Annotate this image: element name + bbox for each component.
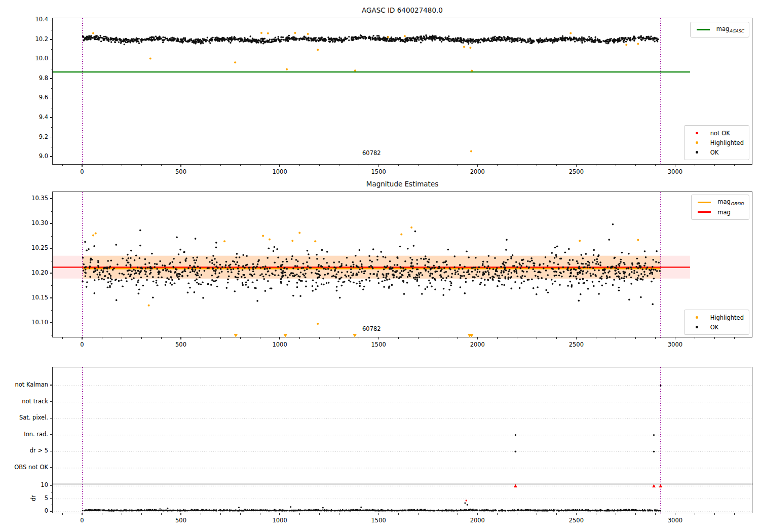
x-minor-tick-mark bbox=[458, 337, 458, 339]
x-tick-mark bbox=[675, 513, 675, 515]
x-minor-tick-mark bbox=[260, 337, 260, 339]
legend-label: Highlighted bbox=[710, 139, 744, 146]
dr-tick-mark bbox=[50, 511, 52, 511]
flag-label: dr > 5 bbox=[30, 447, 48, 454]
x-tick-mark bbox=[675, 337, 675, 339]
x-minor-tick-mark bbox=[339, 337, 339, 339]
x-minor-tick-mark bbox=[122, 337, 122, 339]
y-tick-label: 10.4 bbox=[35, 16, 48, 23]
legend-item: Highlighted bbox=[689, 313, 744, 322]
y-tick-label: 9.8 bbox=[39, 74, 48, 82]
plot-canvas-1: 60782 bbox=[53, 18, 753, 165]
flag-event-points bbox=[515, 385, 662, 452]
y-minor-tick-mark bbox=[51, 236, 53, 237]
y-tick-mark bbox=[50, 137, 52, 137]
x-minor-tick-mark bbox=[537, 165, 537, 166]
x-tick-mark bbox=[180, 165, 181, 167]
y-tick-mark bbox=[50, 198, 52, 199]
x-minor-tick-mark bbox=[260, 165, 260, 166]
flag-tick-mark bbox=[50, 434, 52, 435]
OK-legend-dot bbox=[696, 151, 698, 154]
x-tick-label: 2500 bbox=[569, 341, 584, 348]
x-minor-tick-mark bbox=[319, 337, 320, 339]
y-minor-tick-mark bbox=[51, 30, 53, 30]
dr-tick-label: 5 bbox=[45, 495, 48, 502]
y-tick-label: 10.15 bbox=[31, 294, 48, 301]
y-tick-mark bbox=[50, 223, 52, 223]
x-minor-tick-mark bbox=[418, 165, 419, 166]
not OK-legend-dot bbox=[696, 132, 698, 134]
flag-tick-mark bbox=[50, 467, 52, 468]
y-tick-label: 9.2 bbox=[39, 133, 48, 140]
x-minor-tick-mark bbox=[260, 513, 260, 515]
x-tick-mark bbox=[576, 337, 577, 339]
x-minor-tick-mark bbox=[458, 513, 458, 515]
legend-mag-lines: magOBSIDmag bbox=[691, 195, 749, 220]
x-tick-label: 1000 bbox=[272, 168, 287, 175]
x-minor-tick-mark bbox=[240, 337, 241, 339]
x-minor-tick-mark bbox=[596, 165, 596, 166]
x-minor-tick-mark bbox=[616, 337, 616, 339]
x-tick-mark bbox=[82, 337, 82, 339]
OK-legend-dot bbox=[696, 326, 698, 328]
x-tick-mark bbox=[378, 337, 379, 339]
x-minor-tick-mark bbox=[141, 337, 142, 339]
x-minor-tick-mark bbox=[714, 337, 715, 339]
x-minor-tick-mark bbox=[122, 165, 122, 166]
y-tick-label: 9.4 bbox=[39, 113, 48, 121]
x-tick-label: 1500 bbox=[371, 517, 386, 524]
x-minor-tick-mark bbox=[161, 513, 162, 515]
x-tick-mark bbox=[477, 513, 478, 515]
y-minor-tick-mark bbox=[51, 335, 53, 335]
flag-tick-mark bbox=[50, 385, 52, 385]
legend-point-categories-2: HighlightedOK bbox=[684, 310, 749, 335]
x-minor-tick-mark bbox=[398, 337, 399, 339]
legend-item: OK bbox=[689, 147, 744, 157]
x-tick-mark bbox=[82, 165, 82, 167]
y-minor-tick-mark bbox=[51, 88, 53, 89]
x-tick-mark bbox=[576, 513, 577, 515]
y-tick-label: 9.0 bbox=[39, 153, 48, 160]
x-minor-tick-mark bbox=[240, 513, 241, 515]
clipped-low-triangles bbox=[234, 334, 474, 337]
x-tick-label: 2500 bbox=[569, 168, 584, 175]
x-minor-tick-mark bbox=[339, 165, 339, 166]
plot-canvas-2: 60782 bbox=[53, 192, 753, 338]
x-minor-tick-mark bbox=[438, 165, 438, 166]
x-tick-mark bbox=[279, 513, 280, 515]
x-minor-tick-mark bbox=[556, 165, 557, 166]
y-minor-tick-mark bbox=[51, 127, 53, 128]
y-tick-label: 10.0 bbox=[35, 55, 48, 62]
legend-item: magOBSID bbox=[696, 198, 744, 207]
x-tick-mark bbox=[180, 337, 181, 339]
x-tick-label: 2000 bbox=[470, 168, 485, 175]
y-minor-tick-mark bbox=[51, 211, 53, 212]
dr-tick-label: 0 bbox=[45, 507, 48, 514]
flag-label: Ion. rad. bbox=[24, 431, 48, 438]
legend-item: not OK bbox=[689, 128, 744, 138]
x-minor-tick-mark bbox=[102, 165, 102, 166]
x-minor-tick-mark bbox=[299, 337, 300, 339]
y-tick-label: 10.10 bbox=[31, 319, 48, 326]
legend-label: magOBSID bbox=[717, 198, 744, 206]
ok-scatter-points bbox=[82, 34, 659, 46]
x-minor-tick-mark bbox=[537, 513, 537, 515]
x-minor-tick-mark bbox=[635, 165, 636, 166]
y-tick-mark bbox=[50, 297, 52, 298]
x-minor-tick-mark bbox=[62, 337, 63, 339]
legend-label: OK bbox=[710, 149, 719, 156]
legend-swatch bbox=[689, 326, 706, 328]
legend-label: mag bbox=[717, 209, 731, 216]
highlighted-points bbox=[92, 32, 639, 152]
x-tick-label: 3000 bbox=[668, 341, 682, 348]
flag-label: not track bbox=[22, 398, 48, 405]
x-minor-tick-mark bbox=[201, 337, 201, 339]
obsid-annotation: 60782 bbox=[362, 149, 381, 157]
flag-label: Sat. pixel. bbox=[19, 414, 48, 421]
legend-point-categories: not OKHighlightedOK bbox=[684, 125, 749, 160]
plot1-axes-magnitudes: 60782 bbox=[52, 18, 752, 165]
y-tick-mark bbox=[50, 98, 52, 98]
legend-swatch bbox=[696, 211, 713, 213]
x-tick-label: 0 bbox=[80, 341, 84, 348]
x-minor-tick-mark bbox=[517, 337, 517, 339]
